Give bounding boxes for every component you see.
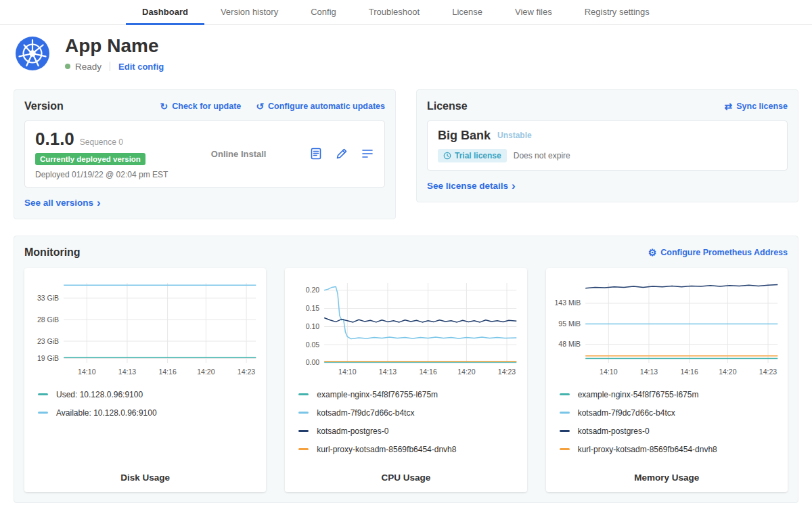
see-all-versions-label: See all versions [24,198,93,208]
configure-automatic-updates-link[interactable]: ↺ Configure automatic updates [256,102,385,111]
cpu-usage-chart: 0.200.150.100.050.0014:1014:1314:1614:20… [292,276,520,381]
cpu-usage-legend: example-nginx-54f8f76755-l675m kotsadm-7… [298,390,520,463]
edit-config-link[interactable]: Edit config [118,62,164,72]
app-header: App Name Ready Edit config [0,25,812,72]
status-dot [65,64,70,69]
svg-text:0.00: 0.00 [306,358,320,366]
trial-license-label: Trial license [455,151,501,160]
configure-prometheus-link[interactable]: ⚙ Configure Prometheus Address [648,248,788,257]
release-notes-icon[interactable] [309,147,323,160]
version-number: 0.1.0 [35,129,74,150]
legend-label: kurl-proxy-kotsadm-8569fb6454-dnvh8 [317,445,456,454]
svg-text:14:16: 14:16 [680,368,698,376]
app-status: Ready [75,62,102,72]
gear-icon: ⚙ [648,248,657,257]
legend-item: kurl-proxy-kotsadm-8569fb6454-dnvh8 [560,445,781,454]
chart-title: Memory Usage [553,463,781,483]
sync-license-link[interactable]: ⇄ Sync license [725,102,788,111]
deployed-badge: Currently deployed version [35,153,145,165]
configure-automatic-updates-label: Configure automatic updates [268,102,385,111]
app-title: App Name [65,36,164,57]
memory-usage-legend: example-nginx-54f8f76755-l675m kotsadm-7… [560,390,781,463]
legend-item: example-nginx-54f8f76755-l675m [560,390,781,399]
svg-text:0.05: 0.05 [306,341,320,349]
legend-item: Available: 10.128.0.96:9100 [38,408,259,418]
svg-text:23 GiB: 23 GiB [37,336,59,345]
disk-usage-chart-card: 33 GiB28 GiB23 GiB19 GiB14:1014:1314:161… [24,268,266,492]
svg-text:0.10: 0.10 [306,322,320,330]
legend-item: example-nginx-54f8f76755-l675m [298,390,520,399]
legend-label: Used: 10.128.0.96:9100 [56,390,143,399]
svg-text:28 GiB: 28 GiB [37,315,59,324]
svg-text:14:13: 14:13 [118,368,137,376]
svg-text:48 MiB: 48 MiB [558,340,581,348]
legend-label: kurl-proxy-kotsadm-8569fb6454-dnvh8 [578,445,717,454]
tab-config[interactable]: Config [294,0,353,25]
see-all-versions-link[interactable]: See all versions › [24,197,101,208]
tab-view-files[interactable]: View files [499,0,568,25]
svg-text:143 MiB: 143 MiB [554,299,581,307]
legend-label: kotsadm-postgres-0 [317,426,388,436]
monitoring-title: Monitoring [24,246,81,259]
chart-title: Disk Usage [31,463,259,483]
svg-text:14:13: 14:13 [379,368,397,376]
legend-swatch [298,430,309,432]
legend-label: kotsadm-postgres-0 [578,426,650,436]
chevron-right-icon: › [97,197,101,208]
svg-text:14:16: 14:16 [420,368,438,376]
trial-license-badge: Trial license [438,149,507,162]
svg-text:14:13: 14:13 [639,368,658,376]
version-card: Version ↻ Check for update ↺ Configure a… [14,89,396,219]
tab-registry-settings[interactable]: Registry settings [568,0,666,25]
refresh-icon: ↻ [160,102,168,111]
monitoring-card: Monitoring ⚙ Configure Prometheus Addres… [14,236,798,503]
check-for-update-label: Check for update [172,102,241,111]
see-license-details-link[interactable]: See license details › [427,180,516,192]
legend-swatch [560,393,570,395]
svg-text:95 MiB: 95 MiB [558,320,581,328]
legend-swatch [560,412,570,414]
memory-usage-chart-card: 143 MiB95 MiB48 MiB14:1014:1314:1614:201… [546,268,788,492]
sync-icon: ⇄ [725,102,733,111]
legend-item: kurl-proxy-kotsadm-8569fb6454-dnvh8 [298,445,520,454]
legend-swatch [560,448,570,450]
license-account-name: Big Bank [438,129,491,143]
check-for-update-link[interactable]: ↻ Check for update [160,102,241,111]
configure-prometheus-label: Configure Prometheus Address [660,248,788,257]
svg-text:14:20: 14:20 [719,368,737,376]
legend-item: kotsadm-postgres-0 [560,426,781,436]
tab-license[interactable]: License [436,0,499,25]
chevron-right-icon: › [512,180,516,192]
legend-label: example-nginx-54f8f76755-l675m [578,390,699,399]
svg-text:14:10: 14:10 [338,368,357,376]
svg-text:33 GiB: 33 GiB [37,294,59,302]
svg-text:0.15: 0.15 [306,304,320,312]
diff-icon[interactable] [361,147,374,160]
cards-row: Version ↻ Check for update ↺ Configure a… [0,72,812,219]
legend-item: kotsadm-7f9dc7d66c-b4tcx [298,408,520,418]
license-channel: Unstable [497,131,532,140]
legend-label: Available: 10.128.0.96:9100 [56,408,157,418]
tab-version-history[interactable]: Version history [204,0,294,25]
tab-troubleshoot[interactable]: Troubleshoot [353,0,436,25]
current-version-box: 0.1.0 Sequence 0 Currently deployed vers… [24,120,385,188]
license-box: Big Bank Unstable Trial license Does not… [427,120,788,171]
charts-row: 33 GiB28 GiB23 GiB19 GiB14:1014:1314:161… [24,268,788,492]
cpu-usage-chart-card: 0.200.150.100.050.0014:1014:1314:1614:20… [285,268,526,492]
divider [110,62,110,71]
version-info: 0.1.0 Sequence 0 Currently deployed vers… [35,129,168,179]
legend-item: kotsadm-7f9dc7d66c-b4tcx [560,408,781,418]
memory-usage-chart: 143 MiB95 MiB48 MiB14:1014:1314:1614:201… [553,276,781,381]
legend-swatch [38,412,48,414]
svg-text:14:10: 14:10 [78,368,96,376]
svg-text:19 GiB: 19 GiB [37,354,59,362]
svg-text:14:20: 14:20 [197,368,215,376]
svg-text:14:23: 14:23 [498,368,516,376]
tab-dashboard[interactable]: Dashboard [126,0,204,25]
edit-config-icon[interactable] [335,147,348,160]
legend-swatch [298,448,309,450]
legend-item: Used: 10.128.0.96:9100 [38,390,259,399]
install-type-label: Online Install [168,149,309,159]
kubernetes-logo-icon [15,36,50,71]
disk-usage-legend: Used: 10.128.0.96:9100 Available: 10.128… [38,390,259,426]
